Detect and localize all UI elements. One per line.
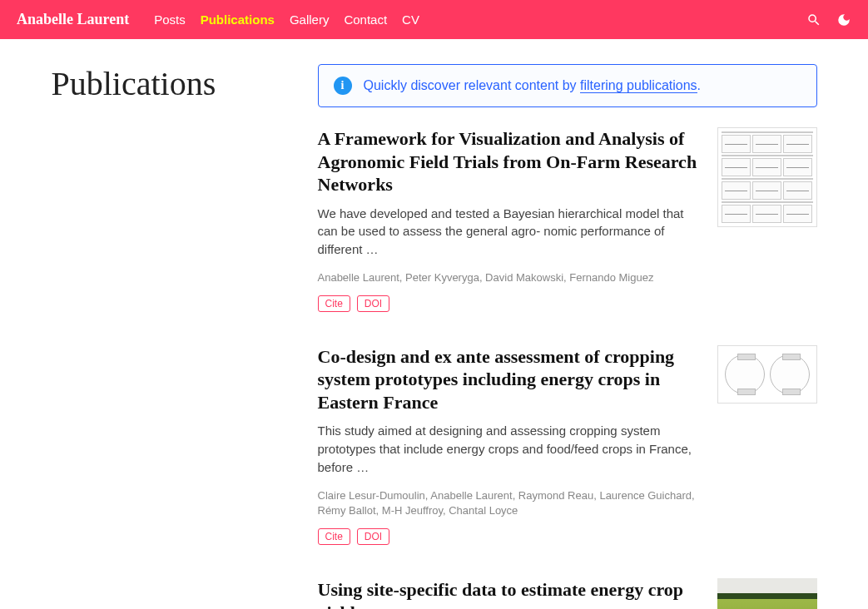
publication-title[interactable]: Co-design and ex ante assessment of crop… bbox=[318, 345, 701, 414]
dark-mode-icon[interactable] bbox=[836, 12, 851, 27]
main-container: Publications i Quickly discover relevant… bbox=[35, 39, 834, 609]
publication-authors[interactable]: Claire Lesur-Dumoulin, Anabelle Laurent,… bbox=[318, 488, 701, 518]
publication-body: Co-design and ex ante assessment of crop… bbox=[318, 345, 701, 545]
nav-cv[interactable]: CV bbox=[402, 12, 419, 27]
page-title: Publications bbox=[52, 64, 285, 103]
nav-posts[interactable]: Posts bbox=[154, 12, 186, 27]
nav-links: Posts Publications Gallery Contact CV bbox=[154, 12, 806, 27]
left-column: Publications bbox=[52, 64, 285, 609]
publication-thumbnail[interactable] bbox=[717, 345, 817, 545]
brand-link[interactable]: Anabelle Laurent bbox=[17, 11, 129, 28]
publication-title[interactable]: A Framework for Visualization and Analys… bbox=[318, 127, 701, 196]
publication-buttons: Cite DOI bbox=[318, 528, 701, 545]
publication-abstract: This study aimed at designing and assess… bbox=[318, 422, 701, 476]
publication-item: A Framework for Visualization and Analys… bbox=[318, 127, 817, 312]
publication-item: Using site-specific data to estimate ene… bbox=[318, 578, 817, 609]
right-column: i Quickly discover relevant content by f… bbox=[318, 64, 817, 609]
publication-body: Using site-specific data to estimate ene… bbox=[318, 578, 701, 609]
alert-text: Quickly discover relevant content by fil… bbox=[364, 78, 702, 93]
doi-button[interactable]: DOI bbox=[357, 295, 389, 312]
publication-body: A Framework for Visualization and Analys… bbox=[318, 127, 701, 312]
publication-thumbnail[interactable] bbox=[717, 578, 817, 609]
nav-right bbox=[806, 12, 851, 27]
filter-link[interactable]: filtering publications bbox=[580, 78, 697, 93]
cite-button[interactable]: Cite bbox=[318, 528, 350, 545]
alert-pre: Quickly discover relevant content by bbox=[364, 78, 581, 92]
info-icon: i bbox=[334, 77, 352, 95]
thumbnail-image bbox=[717, 345, 817, 404]
publication-title[interactable]: Using site-specific data to estimate ene… bbox=[318, 578, 701, 609]
nav-contact[interactable]: Contact bbox=[344, 12, 387, 27]
thumbnail-image bbox=[717, 127, 817, 227]
filter-alert: i Quickly discover relevant content by f… bbox=[318, 64, 817, 107]
alert-post: . bbox=[697, 78, 701, 92]
nav-gallery[interactable]: Gallery bbox=[290, 12, 330, 27]
cite-button[interactable]: Cite bbox=[318, 295, 350, 312]
publication-abstract: We have developed and tested a Bayesian … bbox=[318, 205, 701, 259]
publication-thumbnail[interactable] bbox=[717, 127, 817, 312]
doi-button[interactable]: DOI bbox=[357, 528, 389, 545]
search-icon[interactable] bbox=[806, 12, 821, 27]
nav-publications[interactable]: Publications bbox=[201, 12, 275, 27]
navbar: Anabelle Laurent Posts Publications Gall… bbox=[0, 0, 868, 39]
publication-buttons: Cite DOI bbox=[318, 295, 701, 312]
publication-item: Co-design and ex ante assessment of crop… bbox=[318, 345, 817, 545]
thumbnail-image bbox=[717, 578, 817, 609]
publication-authors[interactable]: Anabelle Laurent, Peter Kyveryga, David … bbox=[318, 270, 701, 285]
